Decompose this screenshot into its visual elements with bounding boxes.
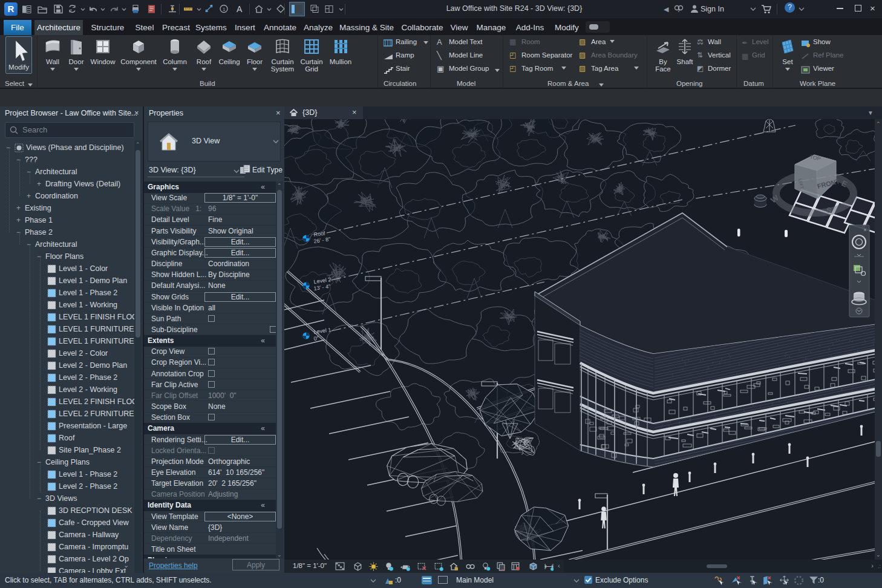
svg-text:A: A [237, 4, 243, 14]
svg-text:x: x [864, 227, 866, 232]
svg-text:0": 0" [313, 335, 319, 342]
svg-text:S: S [826, 206, 832, 215]
svg-text:1: 1 [223, 7, 226, 12]
